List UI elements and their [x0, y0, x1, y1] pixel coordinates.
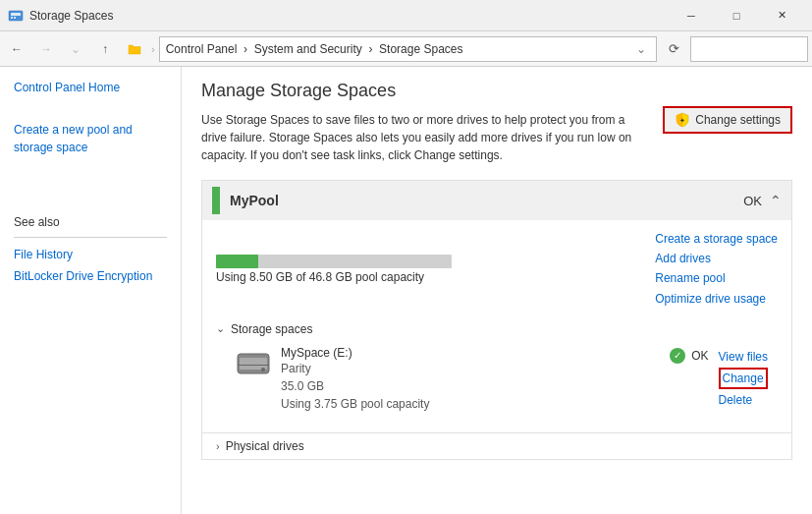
close-button[interactable]: ✕ — [759, 0, 804, 31]
file-history-link[interactable]: File History — [14, 246, 167, 263]
ok-icon: ✓ — [670, 348, 685, 364]
folder-button[interactable] — [122, 36, 147, 62]
subsection-title: Storage spaces — [231, 322, 312, 336]
sidebar-home-link[interactable]: Control Panel Home — [14, 79, 167, 96]
optimize-drive-usage-link[interactable]: Optimize drive usage — [655, 290, 778, 309]
space-usage: Using 3.75 GB pool capacity — [281, 395, 660, 413]
svg-point-3 — [14, 17, 16, 19]
sidebar: Control Panel Home Create a new pool and… — [0, 67, 182, 514]
space-actions: View files Change Delete — [719, 348, 768, 409]
pool-header: MyPool OK ⌃ — [202, 181, 791, 220]
space-type: Parity — [281, 360, 660, 377]
pool-name: MyPool — [230, 193, 743, 208]
minimize-button[interactable]: ─ — [669, 0, 714, 31]
add-drives-link[interactable]: Add drives — [655, 250, 778, 268]
space-status-text: OK — [691, 349, 708, 363]
search-box[interactable]: 🔍 — [690, 36, 808, 62]
capacity-bar: Using 8.50 GB of 46.8 GB pool capacity — [216, 255, 452, 284]
address-bar: ← → ⌄ ↑ › Control Panel › System and Sec… — [0, 31, 812, 67]
delete-link[interactable]: Delete — [719, 391, 768, 409]
sidebar-divider — [14, 237, 167, 238]
rename-pool-link[interactable]: Rename pool — [655, 269, 778, 288]
main-layout: Control Panel Home Create a new pool and… — [0, 67, 812, 514]
pool-section: MyPool OK ⌃ Using 8.50 GB of 46.8 GB poo… — [201, 180, 792, 460]
back-button[interactable]: ← — [4, 36, 29, 62]
title-bar: Storage Spaces ─ □ ✕ — [0, 0, 812, 31]
svg-point-2 — [11, 17, 13, 19]
space-status-row: ✓ OK — [670, 348, 708, 364]
forward-button[interactable]: → — [33, 36, 59, 62]
svg-rect-8 — [238, 365, 269, 366]
space-item: MySpace (E:) Parity 35.0 GB Using 3.75 G… — [216, 340, 778, 419]
refresh-button[interactable]: ⟳ — [661, 36, 686, 62]
path-text: Control Panel › System and Security › St… — [166, 42, 636, 56]
capacity-bar-outer — [216, 255, 452, 268]
change-link[interactable]: Change — [719, 368, 768, 389]
storage-spaces-subsection: ⌄ Storage spaces — [216, 318, 778, 419]
physical-drives-header[interactable]: › Physical drives — [216, 439, 778, 453]
path-chevron: ⌄ — [636, 42, 646, 56]
drive-icon — [236, 350, 271, 379]
window-controls: ─ □ ✕ — [669, 0, 804, 31]
shield-icon: ✦ — [675, 112, 690, 128]
bitlocker-link[interactable]: BitLocker Drive Encryption — [14, 267, 167, 285]
svg-rect-1 — [11, 13, 21, 16]
content-area: Manage Storage Spaces Use Storage Spaces… — [182, 67, 812, 514]
physical-drives-title: Physical drives — [226, 439, 304, 453]
subsection-chevron-icon: ⌄ — [216, 322, 225, 335]
svg-point-7 — [261, 368, 265, 371]
sidebar-create-link[interactable]: Create a new pool and storage space — [14, 121, 167, 156]
change-settings-label: Change settings — [695, 113, 781, 127]
page-title: Manage Storage Spaces — [201, 81, 792, 101]
restore-button[interactable]: □ — [714, 0, 759, 31]
physical-drives-chevron-icon: › — [216, 440, 220, 452]
subsection-header[interactable]: ⌄ Storage spaces — [216, 318, 778, 340]
capacity-text: Using 8.50 GB of 46.8 GB pool capacity — [216, 270, 452, 284]
view-files-link[interactable]: View files — [719, 348, 768, 366]
capacity-bar-inner — [216, 255, 258, 268]
see-also-label: See also — [14, 215, 167, 229]
capacity-row: Using 8.50 GB of 46.8 GB pool capacity C… — [216, 230, 778, 309]
pool-actions: Create a storage space Add drives Rename… — [655, 230, 778, 309]
address-path[interactable]: Control Panel › System and Security › St… — [159, 36, 657, 62]
pool-body: Using 8.50 GB of 46.8 GB pool capacity C… — [202, 220, 791, 428]
space-info: MySpace (E:) Parity 35.0 GB Using 3.75 G… — [281, 346, 660, 413]
path-separator-1: › — [151, 43, 155, 55]
pool-color-bar — [212, 187, 220, 214]
up-button[interactable]: ↑ — [92, 36, 118, 62]
pool-collapse-button[interactable]: ⌃ — [770, 193, 782, 208]
physical-drives-section: › Physical drives — [202, 432, 791, 459]
app-icon — [8, 8, 24, 24]
change-settings-button[interactable]: ✦ Change settings — [663, 106, 792, 134]
space-name: MySpace (E:) — [281, 346, 660, 360]
svg-text:✦: ✦ — [679, 117, 685, 124]
create-storage-space-link[interactable]: Create a storage space — [655, 230, 778, 249]
space-size: 35.0 GB — [281, 377, 660, 395]
search-input[interactable] — [697, 42, 812, 56]
pool-status: OK — [743, 194, 762, 208]
recent-button[interactable]: ⌄ — [63, 36, 88, 62]
window-title: Storage Spaces — [29, 9, 669, 23]
description-text: Use Storage Spaces to save files to two … — [201, 111, 643, 164]
